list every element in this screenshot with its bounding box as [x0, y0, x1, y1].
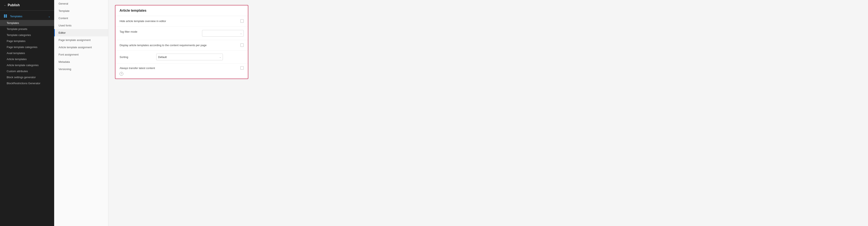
setting-label-tag-filter: Tag filter mode — [120, 30, 199, 34]
card-title: Article templates — [120, 9, 147, 12]
sidebar-item-label: Block settings generator — [7, 76, 36, 79]
nav-item-article-template-assignment[interactable]: Article template assignment — [54, 44, 108, 51]
sidebar-item-template-presets[interactable]: Template presets — [0, 26, 54, 32]
sidebar-item-label: Page templates — [7, 39, 25, 43]
checkbox-display-templates[interactable] — [240, 43, 244, 47]
nav-item-template[interactable]: Template — [54, 7, 108, 14]
nav-item-label: Content — [59, 16, 68, 20]
svg-rect-3 — [6, 16, 7, 17]
setting-sorting: Sorting Default ⌄ — [115, 51, 248, 64]
sidebar-item-label: Article template categories — [7, 64, 38, 67]
nav-item-label: Font assignment — [59, 53, 79, 56]
nav-item-versioning[interactable]: Versioning — [54, 66, 108, 73]
setting-tag-filter-mode: Tag filter mode ⌄ — [115, 27, 248, 40]
checkbox-always-transfer[interactable] — [240, 66, 244, 70]
setting-hide-article-template-overview: Hide article template overview in editor — [115, 16, 248, 27]
sidebar-section: Templates ⌄ Templates Template presets T… — [0, 11, 54, 88]
main-area: General Template Content Used fonts Edit… — [54, 0, 868, 226]
nav-item-font-assignment[interactable]: Font assignment — [54, 51, 108, 58]
back-arrow-icon: ← — [4, 4, 6, 7]
sidebar-item-label: Custom attributes — [7, 70, 28, 73]
nav-item-label: Metadata — [59, 60, 70, 64]
setting-control-tag-filter: ⌄ — [202, 30, 244, 37]
templates-icon — [4, 14, 7, 18]
sidebar-item-template-categories[interactable]: Template categories — [0, 32, 54, 38]
sidebar-item-article-templates[interactable]: Article templates — [0, 56, 54, 62]
sidebar-item-label: Avail templates — [7, 51, 25, 55]
sidebar-item-article-template-categories[interactable]: Article template categories — [0, 62, 54, 68]
setting-label-hide-overview: Hide article template overview in editor — [120, 19, 237, 23]
sidebar-title: Publish — [8, 3, 20, 7]
sidebar-item-label: Article templates — [7, 58, 27, 61]
checkbox-hide-overview[interactable] — [240, 19, 244, 23]
nav-panel: General Template Content Used fonts Edit… — [54, 0, 108, 226]
sidebar-item-label: Page template categories — [7, 45, 37, 49]
card-body: Hide article template overview in editor… — [115, 16, 248, 79]
svg-rect-0 — [4, 14, 5, 16]
nav-item-label: Page template assignment — [59, 38, 91, 42]
sidebar-item-custom-attributes[interactable]: Custom attributes — [0, 68, 54, 74]
nav-item-used-fonts[interactable]: Used fonts — [54, 22, 108, 29]
svg-rect-2 — [4, 16, 5, 17]
tag-filter-select[interactable]: ⌄ — [202, 30, 244, 37]
sidebar-item-label: Template presets — [7, 28, 27, 31]
setting-label-display-templates: Display article templates according to t… — [120, 43, 237, 47]
sidebar-parent-label: Templates — [10, 15, 46, 18]
setting-label-always-transfer: Always transfer latest content — [120, 66, 155, 70]
nav-item-label: Article template assignment — [59, 46, 92, 49]
sidebar-item-templates[interactable]: Templates — [0, 20, 54, 26]
setting-control-display-templates — [240, 43, 244, 47]
setting-label-sorting: Sorting — [120, 55, 153, 59]
nav-item-label: Editor — [59, 31, 66, 34]
sidebar-item-block-restrictions-generator[interactable]: BlockRestrictions Generator — [0, 80, 54, 86]
svg-rect-1 — [6, 14, 7, 16]
setting-display-article-templates: Display article templates according to t… — [115, 40, 248, 51]
nav-item-editor[interactable]: Editor — [54, 29, 108, 36]
nav-item-general[interactable]: General — [54, 0, 108, 7]
sidebar-item-templates-parent[interactable]: Templates ⌄ — [0, 13, 54, 20]
nav-item-label: Versioning — [59, 68, 71, 71]
setting-control-always-transfer — [240, 66, 244, 70]
sidebar-item-label: Template categories — [7, 34, 31, 37]
chevron-down-icon: ⌄ — [219, 56, 221, 58]
nav-item-label: Template — [59, 9, 69, 12]
chevron-down-icon: ⌄ — [240, 32, 242, 35]
sidebar-item-avail-templates[interactable]: Avail templates — [0, 50, 54, 56]
article-templates-card: Article templates Hide article template … — [115, 5, 248, 79]
sidebar-item-page-templates[interactable]: Page templates — [0, 38, 54, 44]
card-header: Article templates — [115, 5, 248, 16]
sorting-value: Default — [158, 55, 219, 59]
sidebar-item-block-settings-generator[interactable]: Block settings generator — [0, 74, 54, 80]
sidebar-item-label: BlockRestrictions Generator — [7, 82, 40, 85]
nav-item-label: Used fonts — [59, 24, 71, 27]
setting-control-hide-overview — [240, 19, 244, 23]
nav-item-label: General — [59, 2, 68, 5]
content-area: Article templates Hide article template … — [108, 0, 868, 226]
sidebar-item-page-template-categories[interactable]: Page template categories — [0, 44, 54, 50]
sidebar-header: ← Publish — [0, 0, 54, 11]
nav-item-page-template-assignment[interactable]: Page template assignment — [54, 36, 108, 44]
sidebar-item-label: Templates — [7, 22, 19, 25]
always-transfer-content: Always transfer latest content ? — [120, 66, 155, 75]
sidebar: ← Publish Templates ⌄ Templates Template… — [0, 0, 54, 226]
chevron-down-icon: ⌄ — [48, 15, 51, 18]
help-icon[interactable]: ? — [120, 72, 123, 76]
setting-always-transfer: Always transfer latest content ? — [115, 64, 248, 78]
back-button[interactable]: ← Publish — [4, 3, 20, 7]
nav-item-content[interactable]: Content — [54, 14, 108, 22]
nav-item-metadata[interactable]: Metadata — [54, 58, 108, 66]
sorting-select[interactable]: Default ⌄ — [156, 53, 223, 60]
